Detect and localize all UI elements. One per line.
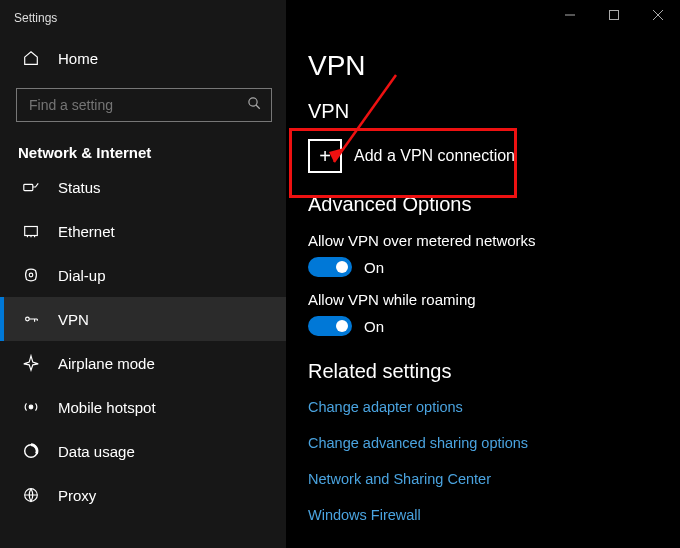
minimize-button[interactable] [548,0,592,30]
link-firewall[interactable]: Windows Firewall [308,507,680,523]
airplane-icon [22,354,40,372]
proxy-icon [22,486,40,504]
option-metered: Allow VPN over metered networks On [308,232,680,277]
search-input[interactable] [16,88,272,122]
svg-rect-2 [24,184,33,190]
section-related: Related settings [308,360,680,383]
svg-rect-10 [610,11,619,20]
toggle-metered-state: On [364,259,384,276]
sidebar-item-label: VPN [58,311,89,328]
hotspot-icon [22,398,40,416]
link-nsc[interactable]: Network and Sharing Center [308,471,680,487]
plus-icon: + [308,139,342,173]
section-advanced: Advanced Options [308,193,680,216]
main-content: VPN VPN + Add a VPN connection Advanced … [286,0,680,548]
search-icon [247,96,262,111]
toggle-roaming[interactable] [308,316,352,336]
category-title: Network & Internet [0,122,286,165]
link-sharing[interactable]: Change advanced sharing options [308,435,680,451]
svg-point-4 [29,273,33,277]
vpn-icon [22,310,40,328]
sidebar-item-label: Ethernet [58,223,115,240]
sidebar-item-ethernet[interactable]: Ethernet [0,209,286,253]
datausage-icon [22,442,40,460]
svg-rect-3 [25,227,38,236]
sidebar-item-label: Mobile hotspot [58,399,156,416]
option-roaming-label: Allow VPN while roaming [308,291,680,308]
sidebar-item-status[interactable]: Status [0,165,286,209]
close-button[interactable] [636,0,680,30]
sidebar-item-airplane[interactable]: Airplane mode [0,341,286,385]
dialup-icon [22,266,40,284]
add-vpn-label: Add a VPN connection [354,147,515,165]
link-adapter[interactable]: Change adapter options [308,399,680,415]
sidebar-item-label: Airplane mode [58,355,155,372]
ethernet-icon [22,222,40,240]
option-metered-label: Allow VPN over metered networks [308,232,680,249]
option-roaming: Allow VPN while roaming On [308,291,680,336]
window-title: Settings [0,0,286,36]
sidebar-item-label: Status [58,179,101,196]
search-container [0,80,286,122]
sidebar-item-dialup[interactable]: Dial-up [0,253,286,297]
svg-line-1 [256,105,260,109]
status-icon [22,178,40,196]
window-controls [548,0,680,30]
sidebar-item-datausage[interactable]: Data usage [0,429,286,473]
sidebar-item-label: Data usage [58,443,135,460]
home-icon [22,49,40,67]
svg-point-5 [26,317,30,321]
maximize-button[interactable] [592,0,636,30]
svg-point-0 [249,98,257,106]
sidebar: Settings Home Network & Internet Status … [0,0,286,548]
sidebar-item-proxy[interactable]: Proxy [0,473,286,517]
sidebar-item-label: Proxy [58,487,96,504]
svg-point-6 [29,405,33,409]
home-nav[interactable]: Home [0,36,286,80]
add-vpn-button[interactable]: + Add a VPN connection [308,139,545,173]
sidebar-item-hotspot[interactable]: Mobile hotspot [0,385,286,429]
page-title: VPN [308,50,680,82]
home-label: Home [58,50,98,67]
section-vpn: VPN [308,100,680,123]
sidebar-item-label: Dial-up [58,267,106,284]
toggle-metered[interactable] [308,257,352,277]
sidebar-item-vpn[interactable]: VPN [0,297,286,341]
toggle-roaming-state: On [364,318,384,335]
